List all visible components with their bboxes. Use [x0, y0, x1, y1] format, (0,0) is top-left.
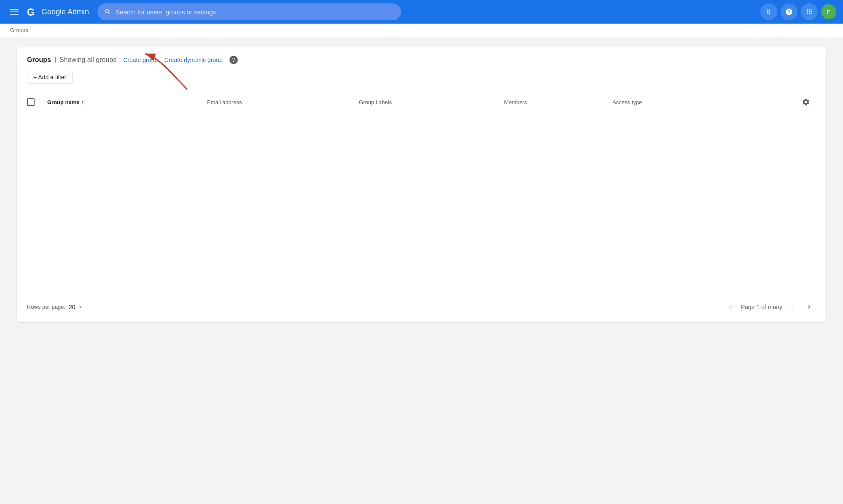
avatar[interactable]: E — [821, 4, 836, 19]
select-all-checkbox[interactable] — [27, 98, 35, 106]
create-dynamic-group-link[interactable]: Create dynamic group — [164, 57, 223, 63]
rows-per-page-section: Rows per page: 20 — [27, 304, 84, 310]
help-icon-btn[interactable] — [781, 3, 797, 20]
first-page-button[interactable] — [724, 300, 738, 314]
main-content: Groups | Showing all groups Create group… — [0, 37, 843, 332]
help-circle-icon[interactable]: ? — [229, 56, 238, 64]
breadcrumb: Groups — [0, 24, 843, 37]
search-input[interactable] — [116, 8, 394, 16]
table-col-access-type[interactable]: Access type — [609, 90, 742, 114]
card-header-container: Groups | Showing all groups Create group… — [27, 56, 816, 64]
pagination-section: Page 1 of many — [724, 300, 816, 314]
svg-rect-1 — [10, 11, 19, 12]
card-header: Groups | Showing all groups Create group… — [27, 56, 816, 64]
card-footer: Rows per page: 20 Page 1 of many — [27, 295, 816, 314]
app-logo: G Google Admin — [27, 6, 89, 18]
search-icon — [104, 8, 111, 16]
table-body — [27, 114, 816, 291]
prev-page-button[interactable] — [786, 300, 799, 314]
table-settings-button[interactable] — [799, 95, 813, 109]
support-icon-btn[interactable]: 8 — [760, 3, 777, 20]
page-label: Page 1 of many — [741, 304, 782, 310]
table-header: Group name ↑ Email address Group Labels … — [27, 90, 816, 114]
topbar-right-icons: 8 E — [760, 3, 836, 20]
table-select-all-header — [27, 90, 44, 114]
app-title: Google Admin — [41, 8, 89, 16]
groups-table: Group name ↑ Email address Group Labels … — [27, 90, 816, 291]
next-page-button[interactable] — [803, 300, 816, 314]
sort-icon: ↑ — [81, 99, 84, 105]
card-header-links: Create group Create dynamic group ? — [123, 56, 237, 64]
table-settings-col — [742, 90, 816, 114]
page-title-separator: | — [54, 56, 56, 64]
table-col-group-name[interactable]: Group name ↑ — [44, 90, 204, 114]
card-title-section: Groups | Showing all groups — [27, 56, 116, 64]
page-title-subtitle: Showing all groups — [59, 56, 116, 64]
table-col-email[interactable]: Email address — [204, 90, 356, 114]
search-bar[interactable] — [97, 3, 401, 20]
svg-text:G: G — [27, 7, 35, 18]
page-title-bold: Groups — [27, 56, 51, 64]
dropdown-icon — [77, 304, 84, 310]
svg-rect-2 — [10, 14, 19, 15]
apps-icon-btn[interactable] — [801, 3, 818, 20]
groups-card: Groups | Showing all groups Create group… — [17, 47, 826, 322]
create-group-link[interactable]: Create group — [123, 57, 158, 63]
rows-per-page-select[interactable]: 20 — [69, 304, 84, 310]
add-filter-button[interactable]: + Add a filter — [27, 71, 73, 84]
table-col-group-labels[interactable]: Group Labels — [356, 90, 501, 114]
filter-bar: + Add a filter — [27, 71, 816, 84]
menu-icon[interactable] — [7, 4, 22, 19]
svg-rect-0 — [10, 9, 19, 10]
topbar: G Google Admin 8 E — [0, 0, 843, 24]
table-col-members[interactable]: Members — [501, 90, 609, 114]
